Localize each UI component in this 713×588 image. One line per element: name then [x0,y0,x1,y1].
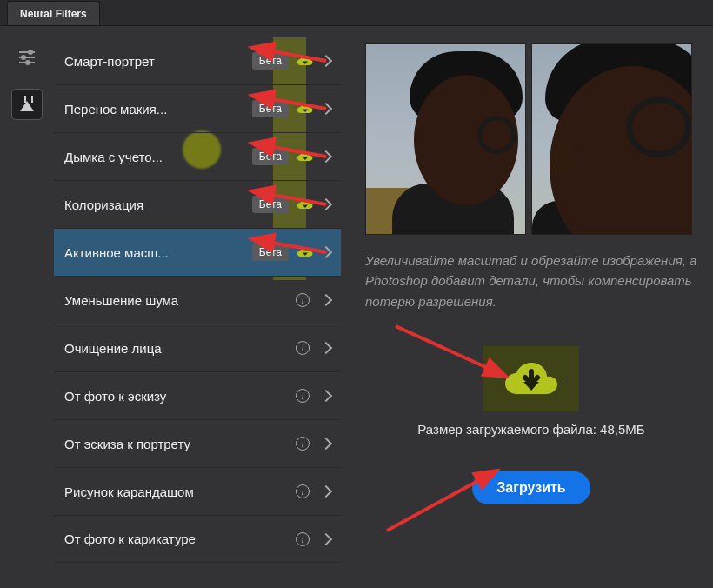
chevron-right-icon [320,150,332,163]
beta-badge: Бета [252,196,289,213]
beta-badge: Бета [252,148,289,165]
cloud-download-icon [505,359,557,398]
beta-filters-tab[interactable] [11,89,43,120]
cloud-download-icon[interactable] [297,246,313,258]
filter-row[interactable]: От фото к карикатуреi [54,515,341,563]
download-button[interactable]: Загрузить [472,471,590,504]
cloud-download-icon[interactable] [297,150,313,163]
cloud-download-icon[interactable] [297,103,313,115]
filter-label: Уменьшение шума [64,293,296,308]
tab-neural-filters[interactable]: Neural Filters [7,1,100,25]
chevron-right-icon [320,438,332,450]
filter-row[interactable]: Очищение лицаi [54,324,341,371]
filter-row[interactable]: Активное масш...Бета [54,228,341,276]
filter-label: От эскиза к портрету [64,437,296,451]
preview-before [365,43,526,235]
filter-label: Дымка с учето... [64,150,252,164]
beta-badge: Бета [252,52,289,70]
chevron-right-icon [320,485,332,498]
all-filters-tab[interactable] [11,42,43,73]
filter-label: От фото к карикатуре [64,531,296,546]
filter-label: Активное масш... [64,245,252,260]
cloud-download-icon[interactable] [297,55,313,67]
filter-list: Смарт-портретБетаПеренос макия...БетаДым… [54,26,341,588]
detail-panel: Увеличивайте масштаб и обрезайте изображ… [341,26,713,588]
filter-row[interactable]: Дымка с учето...Бета [54,132,341,180]
preview-row [365,43,697,235]
info-icon[interactable]: i [296,484,310,498]
chevron-right-icon [320,55,332,67]
side-rail [0,26,54,588]
filter-row[interactable]: Рисунок карандашомi [54,467,341,515]
info-icon[interactable]: i [296,341,310,355]
download-box [483,346,579,411]
info-icon[interactable]: i [296,532,310,546]
beta-badge: Бета [252,244,289,261]
info-icon[interactable]: i [296,293,310,307]
chevron-right-icon [320,294,332,306]
chevron-right-icon [320,103,332,115]
filter-label: Перенос макия... [64,102,252,117]
filter-description: Увеличивайте масштаб и обрезайте изображ… [365,251,697,311]
filter-label: От фото к эскизу [64,389,296,404]
filter-label: Колоризация [64,197,252,212]
file-size-label: Размер загружаемого файла: 48,5МБ [365,422,697,437]
filter-label: Рисунок карандашом [64,484,296,499]
filter-row[interactable]: От фото к эскизуi [54,371,341,419]
tab-bar: Neural Filters [0,0,713,26]
chevron-right-icon [320,390,332,402]
filter-label: Очищение лица [64,341,296,356]
flask-icon [20,96,34,113]
chevron-right-icon [320,342,332,354]
filter-row[interactable]: Перенос макия...Бета [54,84,341,132]
preview-after [531,43,692,235]
cloud-download-icon[interactable] [297,198,313,210]
filter-label: Смарт-портрет [64,54,252,69]
chevron-right-icon [320,246,332,258]
filter-row[interactable]: Уменьшение шумаi [54,276,341,324]
info-icon[interactable]: i [296,437,310,451]
filter-row[interactable]: КолоризацияБета [54,180,341,228]
filter-row[interactable]: От эскиза к портретуi [54,419,341,467]
sliders-icon [19,51,35,63]
info-icon[interactable]: i [296,389,310,403]
chevron-right-icon [320,532,332,545]
filter-row[interactable]: Смарт-портретБета [54,37,341,84]
chevron-right-icon [320,198,332,210]
beta-badge: Бета [252,100,289,117]
